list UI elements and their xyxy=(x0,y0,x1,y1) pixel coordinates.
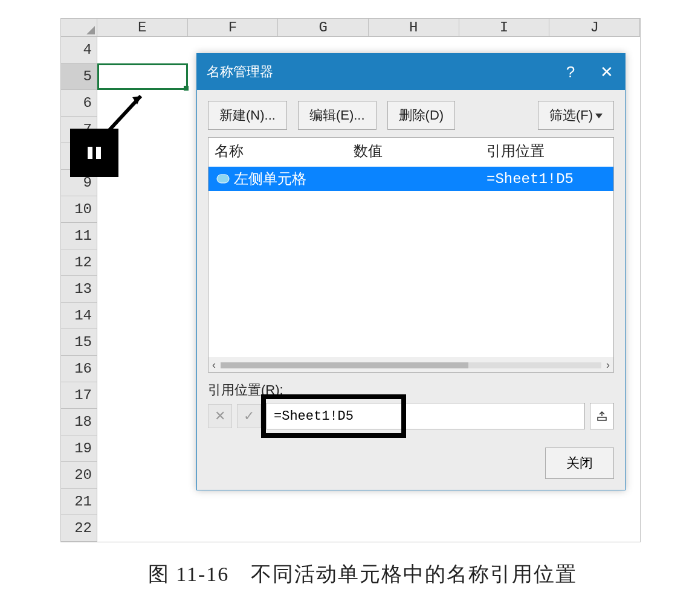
close-icon[interactable]: ✕ xyxy=(589,54,625,90)
col-header[interactable]: H xyxy=(369,19,459,37)
collapse-icon xyxy=(596,411,607,422)
col-header[interactable]: J xyxy=(549,19,640,37)
delete-button[interactable]: 删除(D) xyxy=(387,101,456,130)
col-header[interactable]: F xyxy=(188,19,279,37)
row-header[interactable]: 16 xyxy=(61,356,97,382)
scroll-left-icon[interactable]: ‹ xyxy=(212,359,216,371)
ref-cell: =Sheet1!D5 xyxy=(486,171,607,187)
help-button[interactable]: ? xyxy=(552,54,589,90)
dialog-title: 名称管理器 xyxy=(207,63,552,81)
scroll-right-icon[interactable]: › xyxy=(606,359,610,371)
row-header[interactable]: 6 xyxy=(61,90,97,117)
row-header[interactable]: 4 xyxy=(61,37,97,63)
names-list[interactable]: 名称 数值 引用位置 左侧单元格 =Sheet1!D5 ‹ › xyxy=(208,137,614,373)
callout-marker xyxy=(70,129,118,177)
dialog-titlebar: 名称管理器 ? ✕ xyxy=(197,54,625,90)
filter-button[interactable]: 筛选(F) xyxy=(538,101,614,130)
close-button[interactable]: 关闭 xyxy=(545,448,614,479)
row-header[interactable]: 14 xyxy=(61,303,97,329)
row-header[interactable]: 19 xyxy=(61,435,97,462)
col-header-value[interactable]: 数值 xyxy=(354,141,486,161)
name-icon xyxy=(215,173,231,185)
select-all-corner[interactable] xyxy=(61,19,97,37)
name-manager-dialog: 名称管理器 ? ✕ 新建(N)... 编辑(E)... 删除(D) 筛选(F) … xyxy=(196,53,626,490)
col-header[interactable]: G xyxy=(278,19,369,37)
col-header[interactable]: I xyxy=(459,19,550,37)
cancel-ref-button[interactable]: ✕ xyxy=(208,404,232,428)
new-button[interactable]: 新建(N)... xyxy=(208,101,287,130)
figure-caption: 图 11-16 不同活动单元格中的名称引用位置 xyxy=(60,560,665,588)
name-cell: 左侧单元格 xyxy=(234,169,370,188)
row-header[interactable]: 10 xyxy=(61,196,97,223)
row-header[interactable]: 22 xyxy=(61,515,97,542)
chevron-down-icon xyxy=(595,114,603,118)
svg-rect-2 xyxy=(217,175,229,183)
col-header-ref[interactable]: 引用位置 xyxy=(486,141,607,161)
scroll-thumb[interactable] xyxy=(221,362,468,368)
col-header[interactable]: E xyxy=(97,19,188,37)
svg-rect-3 xyxy=(598,417,606,420)
row-header[interactable]: 13 xyxy=(61,276,97,303)
row-header[interactable]: 18 xyxy=(61,409,97,435)
row-header[interactable]: 5 xyxy=(61,63,97,90)
row-header[interactable]: 21 xyxy=(61,489,97,515)
row-header[interactable]: 11 xyxy=(61,223,97,249)
collapse-dialog-button[interactable] xyxy=(590,403,614,429)
row-header[interactable]: 12 xyxy=(61,249,97,276)
row-header[interactable]: 20 xyxy=(61,462,97,489)
row-header[interactable]: 17 xyxy=(61,382,97,409)
edit-button[interactable]: 编辑(E)... xyxy=(298,101,377,130)
confirm-ref-button[interactable]: ✓ xyxy=(237,404,261,428)
name-row-selected[interactable]: 左侧单元格 =Sheet1!D5 xyxy=(208,167,613,191)
active-cell-E5[interactable] xyxy=(97,63,188,90)
horizontal-scrollbar[interactable]: ‹ › xyxy=(208,358,613,372)
col-header-name[interactable]: 名称 xyxy=(215,141,354,161)
row-header[interactable]: 15 xyxy=(61,329,97,356)
ref-label: 引用位置(R): xyxy=(208,381,614,399)
ref-input[interactable] xyxy=(266,403,585,429)
